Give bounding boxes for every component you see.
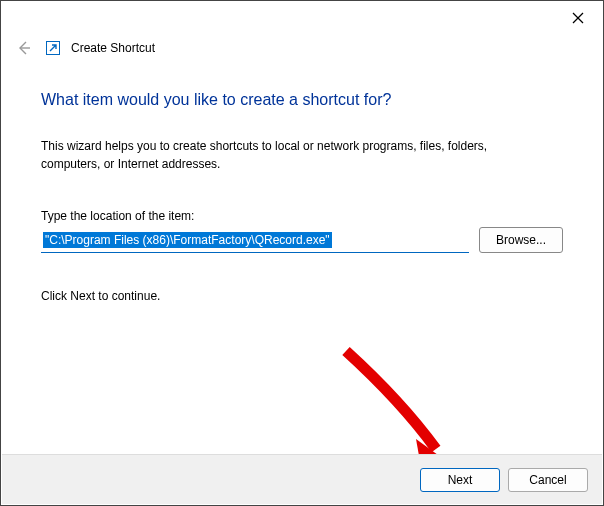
header-row: Create Shortcut bbox=[1, 35, 603, 63]
back-arrow-icon bbox=[16, 40, 32, 56]
location-input-value: "C:\Program Files (x86)\FormatFactory\QR… bbox=[43, 232, 332, 248]
next-button[interactable]: Next bbox=[420, 468, 500, 492]
browse-button[interactable]: Browse... bbox=[479, 227, 563, 253]
close-button[interactable] bbox=[563, 3, 593, 33]
shortcut-icon bbox=[45, 40, 61, 56]
continue-instruction: Click Next to continue. bbox=[41, 289, 563, 303]
wizard-description: This wizard helps you to create shortcut… bbox=[41, 137, 521, 173]
location-input-row: "C:\Program Files (x86)\FormatFactory\QR… bbox=[41, 227, 563, 253]
page-heading: What item would you like to create a sho… bbox=[41, 91, 563, 109]
titlebar bbox=[1, 1, 603, 35]
content-area: What item would you like to create a sho… bbox=[1, 63, 603, 313]
cancel-button[interactable]: Cancel bbox=[508, 468, 588, 492]
dialog-footer: Next Cancel bbox=[2, 454, 602, 504]
window-title: Create Shortcut bbox=[71, 41, 155, 55]
location-label: Type the location of the item: bbox=[41, 209, 563, 223]
location-input[interactable]: "C:\Program Files (x86)\FormatFactory\QR… bbox=[41, 227, 469, 253]
close-icon bbox=[572, 12, 584, 24]
back-button bbox=[13, 37, 35, 59]
